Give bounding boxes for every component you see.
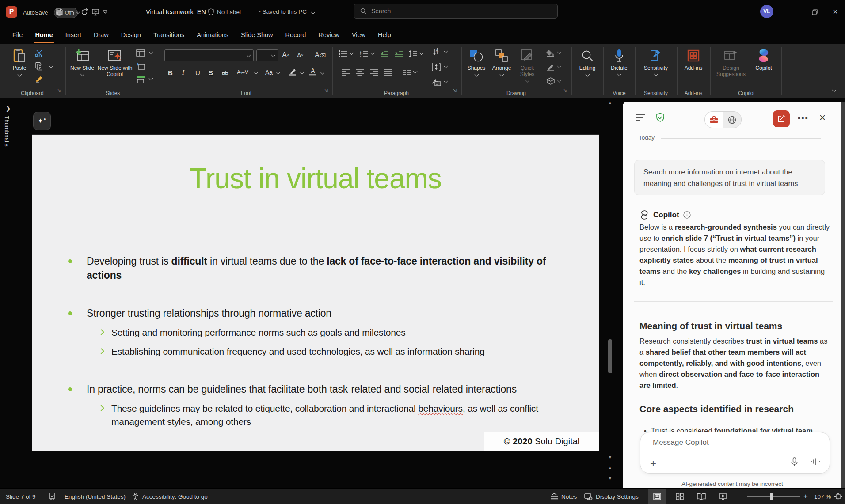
- bullets-button[interactable]: [338, 49, 348, 59]
- shape-fill-button[interactable]: [545, 48, 556, 58]
- copilot-ribbon-button[interactable]: Copilot: [750, 48, 777, 71]
- arrange-button[interactable]: Arrange: [490, 48, 514, 76]
- mic-button[interactable]: [791, 457, 798, 467]
- text-direction-button[interactable]: A: [431, 47, 442, 57]
- slide-title[interactable]: Trust in virtual teams: [32, 162, 599, 195]
- line-spacing-button[interactable]: [407, 49, 418, 59]
- notes-button[interactable]: Notes: [550, 489, 577, 504]
- vertical-scrollbar-thumb[interactable]: [608, 339, 612, 373]
- slide-layout-button[interactable]: [135, 48, 146, 58]
- increase-indent-button[interactable]: [393, 49, 404, 59]
- reading-view-button[interactable]: [692, 489, 711, 504]
- normal-view-button[interactable]: [648, 489, 666, 504]
- decrease-indent-button[interactable]: [379, 49, 390, 59]
- maximize-button[interactable]: [807, 4, 822, 19]
- align-right-button[interactable]: [369, 67, 379, 78]
- tab-record[interactable]: Record: [279, 27, 312, 42]
- slide-surface[interactable]: Trust in virtual teams Developing trust …: [32, 135, 599, 451]
- display-settings-button[interactable]: Display Settings: [584, 489, 639, 504]
- collapse-ribbon-chevron[interactable]: [832, 88, 837, 92]
- zoom-out-button[interactable]: −: [737, 489, 742, 504]
- document-title[interactable]: Virtual teamwork_EN: [146, 8, 206, 15]
- increase-font-size-button[interactable]: A˄: [282, 50, 289, 61]
- designer-sparkle-button[interactable]: ✦✦: [33, 112, 51, 130]
- slide-sorter-view-button[interactable]: [670, 489, 689, 504]
- dictate-button[interactable]: Dictate: [606, 48, 632, 76]
- more-options-button[interactable]: •••: [798, 114, 809, 123]
- new-chat-button[interactable]: [773, 110, 790, 127]
- zoom-level[interactable]: 107 %: [814, 489, 831, 504]
- tab-slide-show[interactable]: Slide Show: [235, 27, 279, 42]
- quick-access-overflow-icon[interactable]: [103, 10, 108, 14]
- convert-to-smartart-button[interactable]: [431, 77, 442, 87]
- editing-button[interactable]: Editing: [575, 48, 600, 76]
- previous-slide-button[interactable]: ▲: [608, 466, 612, 470]
- shape-effects-button[interactable]: [545, 76, 556, 87]
- strikethrough-button[interactable]: ab: [222, 67, 228, 78]
- font-color-button[interactable]: A: [309, 66, 316, 77]
- slide-indicator[interactable]: Slide 7 of 9: [6, 489, 36, 504]
- align-left-button[interactable]: [340, 67, 351, 78]
- tab-transitions[interactable]: Transitions: [147, 27, 190, 42]
- copilot-input-card[interactable]: +: [640, 432, 830, 474]
- paste-button[interactable]: Paste: [8, 48, 31, 76]
- clipboard-dialog-launcher[interactable]: ⇲: [57, 88, 64, 95]
- reset-slide-button[interactable]: [135, 61, 146, 72]
- change-case-button[interactable]: Aa: [265, 67, 273, 78]
- start-slideshow-icon[interactable]: [91, 8, 99, 16]
- tab-insert[interactable]: Insert: [59, 27, 88, 42]
- copilot-message-input[interactable]: [652, 438, 795, 447]
- add-ins-button[interactable]: Add-ins: [680, 48, 707, 71]
- work-mode-tab[interactable]: [705, 112, 723, 128]
- thumbnails-pane-label[interactable]: Thumbnails: [4, 116, 10, 147]
- fit-to-window-button[interactable]: [834, 489, 842, 504]
- tab-view[interactable]: View: [346, 27, 372, 42]
- minimize-button[interactable]: —: [784, 4, 799, 19]
- save-icon[interactable]: [56, 8, 63, 15]
- language-indicator[interactable]: English (United States): [65, 489, 126, 504]
- numbering-button[interactable]: 123: [359, 49, 369, 59]
- copilot-scrollbar[interactable]: [841, 102, 845, 488]
- tab-review[interactable]: Review: [312, 27, 346, 42]
- pane-separator[interactable]: [23, 98, 23, 488]
- zoom-in-button[interactable]: +: [803, 489, 808, 504]
- scroll-up-arrow[interactable]: ▲: [608, 101, 612, 105]
- cut-button[interactable]: [34, 48, 44, 58]
- bold-button[interactable]: B: [168, 67, 173, 78]
- new-slide-with-copilot-button[interactable]: New Slide with Copilot: [96, 48, 133, 77]
- powerpoint-logo-icon[interactable]: P: [6, 6, 17, 18]
- copy-button[interactable]: [34, 61, 44, 72]
- tab-draw[interactable]: Draw: [88, 27, 115, 42]
- scroll-down-arrow[interactable]: ▼: [608, 455, 612, 459]
- close-window-button[interactable]: ✕: [828, 4, 843, 19]
- accessibility-status[interactable]: Accessibility: Good to go: [142, 489, 208, 504]
- tab-animations[interactable]: Animations: [190, 27, 235, 42]
- chat-history-icon[interactable]: [636, 114, 646, 121]
- saved-status[interactable]: • Saved to this PC: [259, 8, 315, 15]
- paragraph-dialog-launcher[interactable]: ⇲: [453, 88, 459, 95]
- spell-check-icon[interactable]: [49, 489, 56, 504]
- format-painter-button[interactable]: [34, 74, 44, 85]
- tab-design[interactable]: Design: [115, 27, 147, 42]
- copy-chevron-icon[interactable]: [49, 64, 53, 68]
- justify-button[interactable]: [383, 67, 393, 78]
- columns-button[interactable]: [401, 67, 412, 78]
- web-mode-tab[interactable]: [723, 112, 741, 128]
- font-name-combo[interactable]: [164, 49, 254, 61]
- shapes-button[interactable]: Shapes: [465, 48, 488, 76]
- drawing-dialog-launcher[interactable]: ⇲: [563, 88, 570, 95]
- section-button[interactable]: [135, 74, 146, 85]
- slide-bullet-list[interactable]: Developing trust is difficult in virtual…: [67, 254, 589, 428]
- sensitivity-button[interactable]: Sensitivity: [639, 48, 673, 76]
- align-text-button[interactable]: [431, 62, 442, 72]
- close-copilot-button[interactable]: ✕: [819, 113, 826, 123]
- new-slide-button[interactable]: New Slide: [70, 48, 95, 76]
- text-shadow-button[interactable]: S: [209, 67, 213, 78]
- slideshow-view-button[interactable]: [714, 489, 732, 504]
- tab-home[interactable]: Home: [29, 27, 59, 42]
- character-spacing-button[interactable]: A⇿V: [237, 67, 248, 78]
- decrease-font-size-button[interactable]: A˅: [297, 50, 304, 61]
- search-input[interactable]: Search: [354, 4, 558, 19]
- tab-help[interactable]: Help: [372, 27, 397, 42]
- align-center-button[interactable]: [354, 67, 365, 78]
